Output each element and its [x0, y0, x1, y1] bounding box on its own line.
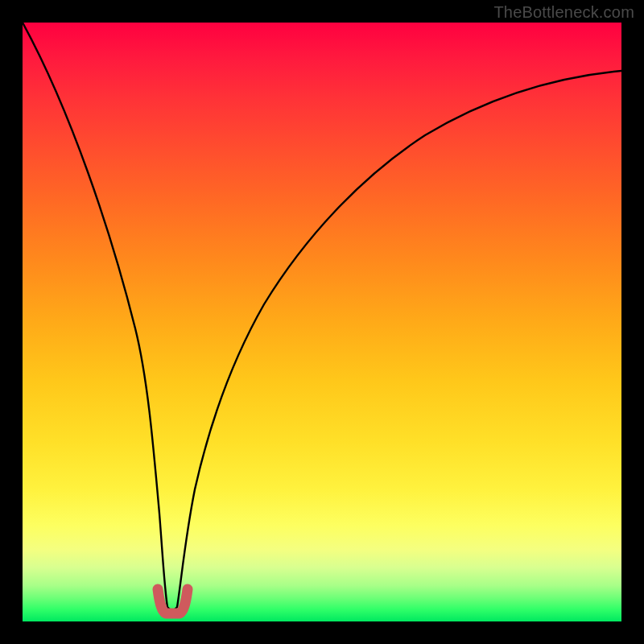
- minimum-marker: [158, 589, 188, 613]
- chart-svg: [23, 23, 621, 621]
- plot-area: [23, 23, 621, 621]
- watermark-text: TheBottleneck.com: [493, 3, 634, 22]
- bottleneck-curve: [23, 23, 621, 610]
- chart-frame: TheBottleneck.com: [0, 0, 644, 644]
